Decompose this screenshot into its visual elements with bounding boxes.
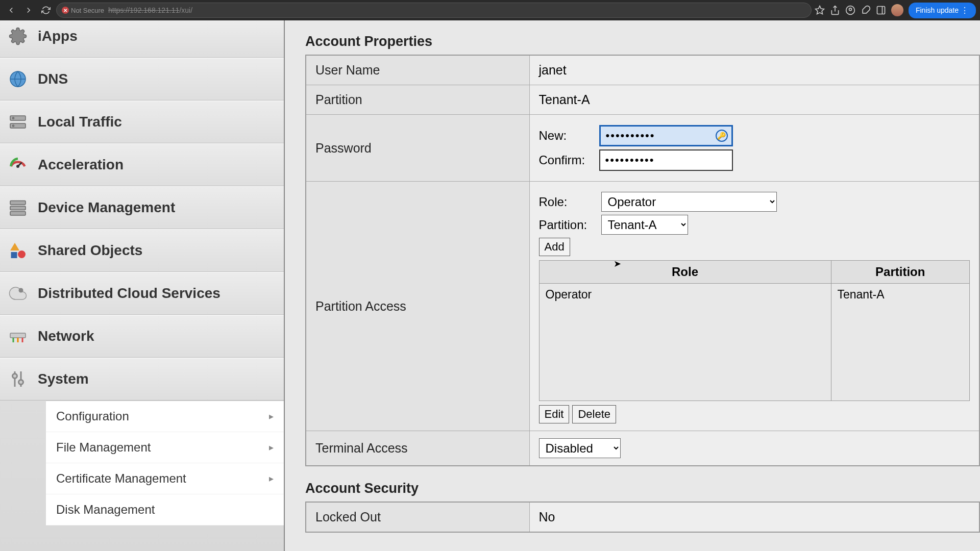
url-text: https://192.168.121.11/xui/ xyxy=(108,6,192,14)
svg-point-12 xyxy=(16,165,19,168)
svg-point-10 xyxy=(13,125,14,127)
label-access-partition: Partition: xyxy=(539,218,595,232)
key-icon[interactable]: 🔑 xyxy=(716,130,728,142)
terminal-access-select[interactable]: Disabled xyxy=(539,438,621,458)
sidebar-item-system[interactable]: System xyxy=(0,358,284,400)
star-icon[interactable] xyxy=(815,5,825,15)
label-partition: Partition xyxy=(306,85,529,115)
reload-button[interactable] xyxy=(39,3,53,17)
main-content: Account Properties User Name janet Parti… xyxy=(285,20,980,551)
value-user-name: janet xyxy=(529,55,979,85)
kebab-icon: ⋮ xyxy=(961,6,969,15)
browser-toolbar: ✕ Not Secure https://192.168.121.11/xui/… xyxy=(0,0,980,20)
value-locked-out: No xyxy=(529,502,979,532)
svg-point-19 xyxy=(19,288,23,293)
col-partition: Partition xyxy=(831,261,970,284)
label-locked-out: Locked Out xyxy=(306,502,529,532)
label-role: Role: xyxy=(539,195,595,209)
finish-update-button[interactable]: Finish update ⋮ xyxy=(909,3,976,18)
sidebar-item-label: iApps xyxy=(38,28,78,44)
subnav-configuration[interactable]: Configuration ▸ xyxy=(46,401,284,432)
svg-point-9 xyxy=(13,117,14,119)
subnav-certificate-management[interactable]: Certificate Management ▸ xyxy=(46,463,284,494)
extensions-icon[interactable] xyxy=(861,5,871,15)
svg-point-17 xyxy=(18,251,26,258)
label-partition-access: Partition Access xyxy=(306,182,529,431)
cell-partition: Tenant-A xyxy=(831,284,970,401)
system-submenu: Configuration ▸ File Management ▸ Certif… xyxy=(46,400,284,525)
add-button[interactable]: Add xyxy=(539,238,570,256)
sidebar: iApps DNS Local Traffic Acceleration Dev… xyxy=(0,20,285,551)
subnav-label: File Management xyxy=(56,440,151,455)
svg-point-26 xyxy=(13,374,17,379)
sidebar-item-acceleration[interactable]: Acceleration xyxy=(0,143,284,186)
svg-marker-16 xyxy=(10,243,19,251)
panel-icon[interactable] xyxy=(876,5,886,15)
chevron-right-icon: ▸ xyxy=(269,442,274,453)
subnav-label: Certificate Management xyxy=(56,471,186,486)
role-select[interactable]: Operator xyxy=(601,192,777,212)
password-new-input[interactable] xyxy=(599,125,733,146)
avatar[interactable] xyxy=(891,4,903,16)
sidebar-item-dns[interactable]: DNS xyxy=(0,58,284,101)
svg-marker-0 xyxy=(816,6,824,14)
profile-icon[interactable] xyxy=(845,5,855,15)
label-user-name: User Name xyxy=(306,55,529,85)
label-password: Password xyxy=(306,115,529,182)
cell-role: Operator xyxy=(539,284,831,401)
col-role: Role xyxy=(539,261,831,284)
sidebar-item-label: Distributed Cloud Services xyxy=(38,285,220,302)
not-secure-badge: ✕ Not Secure xyxy=(62,7,104,14)
sidebar-item-distributed-cloud[interactable]: Distributed Cloud Services xyxy=(0,272,284,315)
value-partition: Tenant-A xyxy=(529,85,979,115)
label-terminal-access: Terminal Access xyxy=(306,431,529,466)
account-security-table: Locked Out No xyxy=(305,502,980,533)
subnav-disk-management[interactable]: Disk Management xyxy=(46,494,284,525)
svg-rect-3 xyxy=(877,7,885,14)
sidebar-item-shared-objects[interactable]: Shared Objects xyxy=(0,229,284,272)
gear-icon xyxy=(7,26,29,47)
svg-point-27 xyxy=(19,380,23,385)
edit-button[interactable]: Edit xyxy=(539,405,570,423)
address-bar[interactable]: ✕ Not Secure https://192.168.121.11/xui/ xyxy=(56,3,812,18)
sidebar-item-label: System xyxy=(38,371,89,387)
table-row[interactable]: Operator Tenant-A xyxy=(539,284,970,401)
sidebar-item-iapps[interactable]: iApps xyxy=(0,20,284,58)
subnav-label: Configuration xyxy=(56,409,129,423)
svg-rect-13 xyxy=(10,201,26,205)
forward-button[interactable] xyxy=(21,3,36,17)
sidebar-item-label: Shared Objects xyxy=(38,242,142,259)
chevron-right-icon: ▸ xyxy=(269,473,274,484)
section-title-security: Account Security xyxy=(305,477,980,502)
account-properties-table: User Name janet Partition Tenant-A Passw… xyxy=(305,55,980,466)
password-confirm-input[interactable] xyxy=(599,149,733,171)
devices-icon xyxy=(7,197,29,218)
subnav-file-management[interactable]: File Management ▸ xyxy=(46,432,284,463)
label-pw-new: New: xyxy=(539,129,593,143)
chevron-right-icon: ▸ xyxy=(269,411,274,422)
sidebar-item-label: DNS xyxy=(38,71,68,87)
subnav-label: Disk Management xyxy=(56,503,155,517)
partition-access-table: Role Partition Operator Tenant-A xyxy=(539,260,970,401)
svg-point-2 xyxy=(849,8,851,11)
svg-rect-18 xyxy=(11,252,17,258)
cloud-gear-icon xyxy=(7,283,29,304)
partition-select[interactable]: Tenant-A xyxy=(601,215,688,235)
share-icon[interactable] xyxy=(830,5,840,15)
svg-rect-14 xyxy=(10,206,26,210)
sidebar-item-device-management[interactable]: Device Management xyxy=(0,186,284,229)
sidebar-item-network[interactable]: Network xyxy=(0,315,284,358)
globe-icon xyxy=(7,68,29,90)
gauge-icon xyxy=(7,154,29,176)
not-secure-label: Not Secure xyxy=(71,7,104,14)
svg-rect-15 xyxy=(10,212,26,216)
sidebar-item-label: Acceleration xyxy=(38,157,124,173)
network-icon xyxy=(7,325,29,347)
sidebar-item-label: Device Management xyxy=(38,199,175,216)
sidebar-item-local-traffic[interactable]: Local Traffic xyxy=(0,101,284,143)
sidebar-item-label: Local Traffic xyxy=(38,114,122,130)
label-pw-confirm: Confirm: xyxy=(539,153,593,167)
delete-button[interactable]: Delete xyxy=(572,405,616,423)
section-title-properties: Account Properties xyxy=(305,30,980,55)
back-button[interactable] xyxy=(4,3,18,17)
